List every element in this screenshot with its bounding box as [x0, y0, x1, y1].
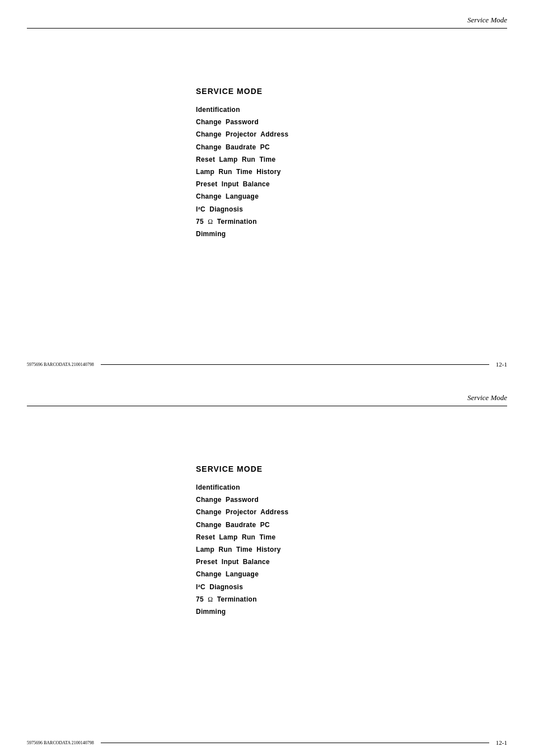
page2-menu-item-change-password: Change Password — [196, 494, 420, 506]
page2-menu-item-75-termination: 75 Ω Termination — [196, 593, 420, 605]
page2-menu-item-reset-lamp-run-time: Reset Lamp Run Time — [196, 531, 420, 543]
page2-menu-item-dimming: Dimming — [196, 605, 420, 618]
page-1: Service Mode SERVICE MODE Identification… — [0, 0, 534, 378]
menu-item-reset-lamp-run-time: Reset Lamp Run Time — [196, 153, 420, 166]
footer-page-number: 12-1 — [496, 361, 507, 368]
page2-footer-page-number: 12-1 — [496, 739, 507, 746]
page2-menu-item-lamp-run-time-history: Lamp Run Time History — [196, 543, 420, 556]
menu-item-change-projector-address: Change Projector Address — [196, 128, 420, 140]
page-footer: 5975696 BARCODATA 2100140798 12-1 — [0, 361, 534, 368]
page2-menu-item-i2c-diagnosis: I²C Diagnosis — [196, 581, 420, 593]
page2-menu-item-change-projector-address: Change Projector Address — [196, 506, 420, 518]
page2-header-title: Service Mode — [467, 393, 507, 402]
page2-menu-item-change-baudrate-pc: Change Baudrate PC — [196, 519, 420, 531]
header-title: Service Mode — [467, 16, 507, 24]
footer-line — [101, 364, 489, 365]
menu-item-identification: Identification — [196, 104, 420, 116]
page2-footer-line — [101, 743, 489, 743]
header-divider — [27, 28, 507, 29]
page2-header-divider — [27, 406, 507, 406]
page2-service-mode-title: SERVICE MODE — [196, 464, 420, 473]
page2-footer: 5975696 BARCODATA 2100140798 12-1 — [0, 739, 534, 746]
page2-footer-barcode: 5975696 BARCODATA 2100140798 — [27, 740, 94, 745]
page2-menu-item-change-language: Change Language — [196, 568, 420, 580]
menu-item-lamp-run-time-history: Lamp Run Time History — [196, 166, 420, 178]
menu-item-i2c-diagnosis: I²C Diagnosis — [196, 203, 420, 215]
page2-menu-item-preset-input-balance: Preset Input Balance — [196, 556, 420, 568]
menu-item-change-password: Change Password — [196, 116, 420, 128]
menu-item-dimming: Dimming — [196, 228, 420, 240]
service-mode-box: SERVICE MODE Identification Change Passw… — [196, 87, 420, 240]
page-2: Service Mode SERVICE MODE Identification… — [0, 378, 534, 756]
menu-item-preset-input-balance: Preset Input Balance — [196, 178, 420, 190]
page-header: Service Mode — [467, 16, 507, 25]
menu-item-change-language: Change Language — [196, 190, 420, 203]
page2-header: Service Mode — [467, 393, 507, 402]
page2-menu-item-identification: Identification — [196, 481, 420, 494]
service-mode-title: SERVICE MODE — [196, 87, 420, 96]
page2-service-mode-box: SERVICE MODE Identification Change Passw… — [196, 464, 420, 618]
footer-barcode: 5975696 BARCODATA 2100140798 — [27, 362, 94, 367]
menu-item-change-baudrate-pc: Change Baudrate PC — [196, 141, 420, 153]
menu-item-75-termination: 75 Ω Termination — [196, 215, 420, 228]
